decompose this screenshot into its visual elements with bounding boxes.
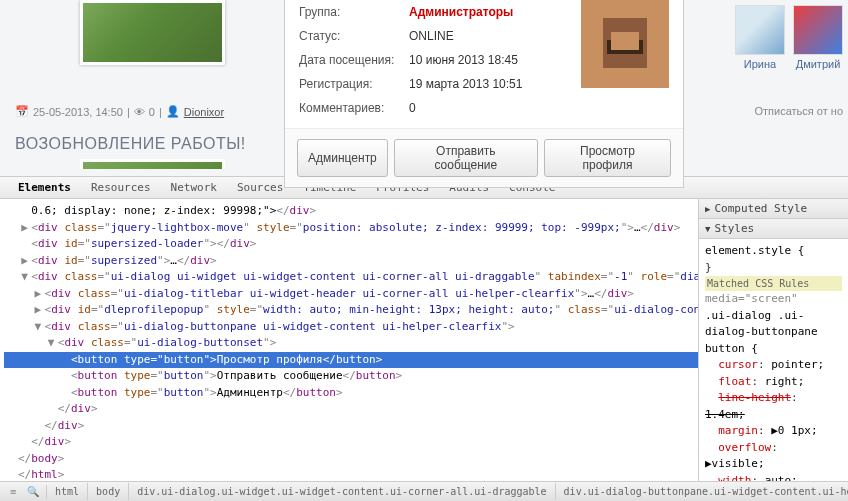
css-property[interactable]: width: auto; <box>705 473 842 482</box>
view-profile-button[interactable]: Просмотр профиля <box>544 139 671 177</box>
profile-value: 0 <box>409 101 416 115</box>
styles-content[interactable]: element.style { } Matched CSS Rules medi… <box>699 239 848 481</box>
devtools-tab-resources[interactable]: Resources <box>81 177 161 198</box>
dialog-buttonpane: Админцентр Отправить сообщение Просмотр … <box>285 128 683 187</box>
post-views: 0 <box>149 106 155 118</box>
profile-row: Дата посещения:10 июня 2013 18:45 <box>299 48 581 72</box>
dom-node[interactable]: ▼<div class="ui-dialog-buttonset"> <box>4 335 698 352</box>
post-author-link[interactable]: Dionixor <box>184 106 224 118</box>
breadcrumb-item[interactable]: body <box>88 483 129 500</box>
dom-node[interactable]: </div> <box>4 434 698 451</box>
css-property[interactable]: overflow: ▶visible; <box>705 440 842 473</box>
friend-item[interactable]: Ирина <box>735 5 785 70</box>
eye-icon: 👁 <box>134 106 145 118</box>
dom-node[interactable]: </body> <box>4 451 698 468</box>
profile-value: 19 марта 2013 10:51 <box>409 77 522 91</box>
dom-node[interactable]: <button type="button">Админцентр</button… <box>4 385 698 402</box>
profile-row: Регистрация:19 марта 2013 10:51 <box>299 72 581 96</box>
avatar <box>581 0 669 88</box>
dom-node[interactable]: ▼<div class="ui-dialog-buttonpane ui-wid… <box>4 319 698 336</box>
dom-node[interactable]: </div> <box>4 418 698 435</box>
profile-value: 10 июня 2013 18:45 <box>409 53 518 67</box>
profile-label: Комментариев: <box>299 101 409 115</box>
inspect-icon[interactable]: 🔍 <box>26 485 40 499</box>
dom-node[interactable]: <button type="button">Отправить сообщени… <box>4 368 698 385</box>
styles-header[interactable]: ▼Styles <box>699 219 848 239</box>
devtools-tab-elements[interactable]: Elements <box>8 177 81 198</box>
profile-label: Статус: <box>299 29 409 43</box>
profile-fields: Группа:АдминистраторыСтатус:ONLINEДата п… <box>299 0 581 120</box>
dom-node[interactable]: ▼<div class="ui-dialog ui-widget ui-widg… <box>4 269 698 286</box>
user-icon: 👤 <box>166 105 180 118</box>
css-property[interactable]: line-height: 1.4em; <box>705 390 842 423</box>
admin-center-button[interactable]: Админцентр <box>297 139 388 177</box>
profile-label: Регистрация: <box>299 77 409 91</box>
unsubscribe-link[interactable]: Отписаться от но <box>698 105 843 117</box>
profile-label: Дата посещения: <box>299 53 409 67</box>
calendar-icon: 📅 <box>15 105 29 118</box>
computed-style-header[interactable]: ▶Computed Style <box>699 199 848 219</box>
profile-row: Статус:ONLINE <box>299 24 581 48</box>
website-preview: 📅 25-05-2013, 14:50 | 👁 0 | 👤 Dionixor В… <box>0 0 848 177</box>
post-thumbnail-2 <box>80 159 225 169</box>
post-date: 25-05-2013, 14:50 <box>33 106 123 118</box>
styles-sidebar: ▶Computed Style ▼Styles element.style { … <box>698 199 848 481</box>
post-title[interactable]: ВОЗОБНОВЛЕНИЕ РАБОТЫ! <box>15 135 265 153</box>
sidebar-right: ИринаДмитрий Отписаться от но <box>693 0 848 122</box>
dom-node[interactable]: ▶<div class="ui-dialog-titlebar ui-widge… <box>4 286 698 303</box>
post-column: 📅 25-05-2013, 14:50 | 👁 0 | 👤 Dionixor В… <box>0 0 280 169</box>
breadcrumb-item[interactable]: div.ui-dialog.ui-widget.ui-widget-conten… <box>129 483 555 500</box>
breadcrumb-item[interactable]: html <box>47 483 88 500</box>
css-property[interactable]: cursor: pointer; <box>705 357 842 374</box>
post-meta: 📅 25-05-2013, 14:50 | 👁 0 | 👤 Dionixor <box>15 100 265 123</box>
dom-node[interactable]: <button type="button">Просмотр профиля</… <box>4 352 698 369</box>
profile-value: Администраторы <box>409 5 513 19</box>
dom-node[interactable]: </html> <box>4 467 698 481</box>
friend-name[interactable]: Дмитрий <box>796 58 841 70</box>
send-message-button[interactable]: Отправить сообщение <box>394 139 538 177</box>
dom-node[interactable]: ▶<div id="supersized">…</div> <box>4 253 698 270</box>
friend-avatar <box>735 5 785 55</box>
dom-tree[interactable]: 0.6; display: none; z-index: 99998;"></d… <box>0 199 698 481</box>
breadcrumb: ≡ 🔍 htmlbodydiv.ui-dialog.ui-widget.ui-w… <box>0 481 848 501</box>
friend-name[interactable]: Ирина <box>744 58 776 70</box>
devtools-tab-network[interactable]: Network <box>161 177 227 198</box>
dom-node[interactable]: </div> <box>4 401 698 418</box>
dom-node[interactable]: <div id="supersized-loader"></div> <box>4 236 698 253</box>
friends-list: ИринаДмитрий <box>698 5 843 70</box>
dom-node[interactable]: ▶<div id="dleprofilepopup" style="width:… <box>4 302 698 319</box>
breadcrumb-item[interactable]: div.ui-dialog-buttonpane.ui-widget-conte… <box>556 483 848 500</box>
profile-row: Комментариев:0 <box>299 96 581 120</box>
profile-row: Группа:Администраторы <box>299 0 581 24</box>
profile-label: Группа: <box>299 5 409 19</box>
css-property[interactable]: float: right; <box>705 374 842 391</box>
css-property[interactable]: margin: ▶0 1px; <box>705 423 842 440</box>
devtools-panel: ElementsResourcesNetworkSourcesTimelineP… <box>0 177 848 501</box>
console-toggle-icon[interactable]: ≡ <box>6 485 20 499</box>
profile-dialog: Группа:АдминистраторыСтатус:ONLINEДата п… <box>284 0 684 188</box>
dom-node[interactable]: ▶<div class="jquery-lightbox-move" style… <box>4 220 698 237</box>
friend-item[interactable]: Дмитрий <box>793 5 843 70</box>
profile-value: ONLINE <box>409 29 454 43</box>
friend-avatar <box>793 5 843 55</box>
dom-node[interactable]: 0.6; display: none; z-index: 99998;"></d… <box>4 203 698 220</box>
post-thumbnail[interactable] <box>80 0 225 65</box>
